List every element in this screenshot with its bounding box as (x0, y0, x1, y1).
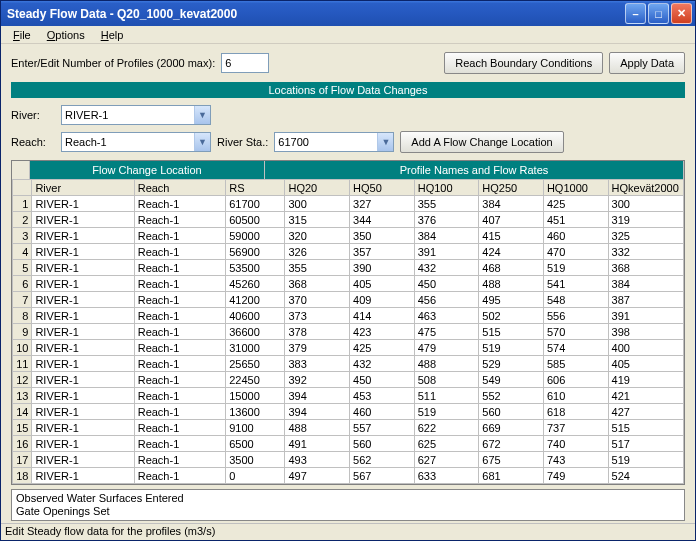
cell[interactable]: 45260 (226, 276, 285, 292)
cell[interactable]: RIVER-1 (32, 436, 134, 452)
table-row[interactable]: 9RIVER-1Reach-136600378423475515570398 (13, 324, 684, 340)
cell[interactable]: RIVER-1 (32, 404, 134, 420)
cell[interactable]: 432 (350, 356, 415, 372)
cell[interactable]: 384 (479, 196, 544, 212)
cell[interactable]: 391 (414, 244, 479, 260)
cell[interactable]: 22450 (226, 372, 285, 388)
cell[interactable]: 320 (285, 228, 350, 244)
cell[interactable]: 390 (350, 260, 415, 276)
cell[interactable]: 574 (543, 340, 608, 356)
cell[interactable]: Reach-1 (134, 244, 226, 260)
cell[interactable]: 517 (608, 436, 683, 452)
cell[interactable]: Reach-1 (134, 340, 226, 356)
cell[interactable]: 451 (543, 212, 608, 228)
cell[interactable]: 368 (608, 260, 683, 276)
cell[interactable]: 56900 (226, 244, 285, 260)
cell[interactable]: 319 (608, 212, 683, 228)
cell[interactable]: 495 (479, 292, 544, 308)
cell[interactable]: 424 (479, 244, 544, 260)
cell[interactable]: 40600 (226, 308, 285, 324)
cell[interactable]: 59000 (226, 228, 285, 244)
cell[interactable]: 387 (608, 292, 683, 308)
cell[interactable]: 519 (543, 260, 608, 276)
cell[interactable]: 315 (285, 212, 350, 228)
reach-boundary-button[interactable]: Reach Boundary Conditions (444, 52, 603, 74)
cell[interactable]: 515 (479, 324, 544, 340)
table-row[interactable]: 1RIVER-1Reach-161700300327355384425300 (13, 196, 684, 212)
cell[interactable]: 548 (543, 292, 608, 308)
cell[interactable]: 373 (285, 308, 350, 324)
cell[interactable]: 450 (350, 372, 415, 388)
add-flow-change-button[interactable]: Add A Flow Change Location (400, 131, 563, 153)
cell[interactable]: 460 (543, 228, 608, 244)
cell[interactable]: 493 (285, 452, 350, 468)
cell[interactable]: 552 (479, 388, 544, 404)
cell[interactable]: 450 (414, 276, 479, 292)
cell[interactable]: Reach-1 (134, 324, 226, 340)
cell[interactable]: 394 (285, 388, 350, 404)
cell[interactable]: 511 (414, 388, 479, 404)
cell[interactable]: RIVER-1 (32, 196, 134, 212)
table-row[interactable]: 3RIVER-1Reach-159000320350384415460325 (13, 228, 684, 244)
cell[interactable]: 519 (608, 452, 683, 468)
cell[interactable]: 300 (608, 196, 683, 212)
cell[interactable]: 669 (479, 420, 544, 436)
minimize-button[interactable]: – (625, 3, 646, 24)
cell[interactable]: 405 (350, 276, 415, 292)
cell[interactable]: RIVER-1 (32, 292, 134, 308)
cell[interactable]: 383 (285, 356, 350, 372)
table-row[interactable]: 2RIVER-1Reach-160500315344376407451319 (13, 212, 684, 228)
cell[interactable]: 414 (350, 308, 415, 324)
cell[interactable]: RIVER-1 (32, 324, 134, 340)
cell[interactable]: 355 (414, 196, 479, 212)
cell[interactable]: RIVER-1 (32, 468, 134, 484)
cell[interactable]: 332 (608, 244, 683, 260)
cell[interactable]: 560 (479, 404, 544, 420)
cell[interactable]: 541 (543, 276, 608, 292)
cell[interactable]: 610 (543, 388, 608, 404)
cell[interactable]: 25650 (226, 356, 285, 372)
cell[interactable]: 407 (479, 212, 544, 228)
cell[interactable]: 398 (608, 324, 683, 340)
cell[interactable]: 675 (479, 452, 544, 468)
cell[interactable]: 9100 (226, 420, 285, 436)
cell[interactable]: 562 (350, 452, 415, 468)
cell[interactable]: 549 (479, 372, 544, 388)
cell[interactable]: 421 (608, 388, 683, 404)
cell[interactable]: 556 (543, 308, 608, 324)
apply-data-button[interactable]: Apply Data (609, 52, 685, 74)
cell[interactable]: 15000 (226, 388, 285, 404)
cell[interactable]: 60500 (226, 212, 285, 228)
cell[interactable]: 379 (285, 340, 350, 356)
cell[interactable]: 585 (543, 356, 608, 372)
cell[interactable]: Reach-1 (134, 212, 226, 228)
cell[interactable]: 491 (285, 436, 350, 452)
cell[interactable]: 368 (285, 276, 350, 292)
reach-combo[interactable]: Reach-1 ▼ (61, 132, 211, 152)
cell[interactable]: 425 (543, 196, 608, 212)
cell[interactable]: 606 (543, 372, 608, 388)
table-row[interactable]: 12RIVER-1Reach-122450392450508549606419 (13, 372, 684, 388)
cell[interactable]: Reach-1 (134, 372, 226, 388)
cell[interactable]: 625 (414, 436, 479, 452)
cell[interactable]: 529 (479, 356, 544, 372)
cell[interactable]: 470 (543, 244, 608, 260)
cell[interactable]: 524 (608, 468, 683, 484)
cell[interactable]: Reach-1 (134, 228, 226, 244)
cell[interactable]: RIVER-1 (32, 420, 134, 436)
cell[interactable]: 357 (350, 244, 415, 260)
table-row[interactable]: 14RIVER-1Reach-113600394460519560618427 (13, 404, 684, 420)
cell[interactable]: 681 (479, 468, 544, 484)
cell[interactable]: 415 (479, 228, 544, 244)
cell[interactable]: 427 (608, 404, 683, 420)
cell[interactable]: 327 (350, 196, 415, 212)
cell[interactable]: 432 (414, 260, 479, 276)
cell[interactable]: 36600 (226, 324, 285, 340)
cell[interactable]: 6500 (226, 436, 285, 452)
cell[interactable]: 419 (608, 372, 683, 388)
cell[interactable]: 376 (414, 212, 479, 228)
cell[interactable]: 423 (350, 324, 415, 340)
cell[interactable]: 344 (350, 212, 415, 228)
cell[interactable]: Reach-1 (134, 468, 226, 484)
cell[interactable]: RIVER-1 (32, 388, 134, 404)
